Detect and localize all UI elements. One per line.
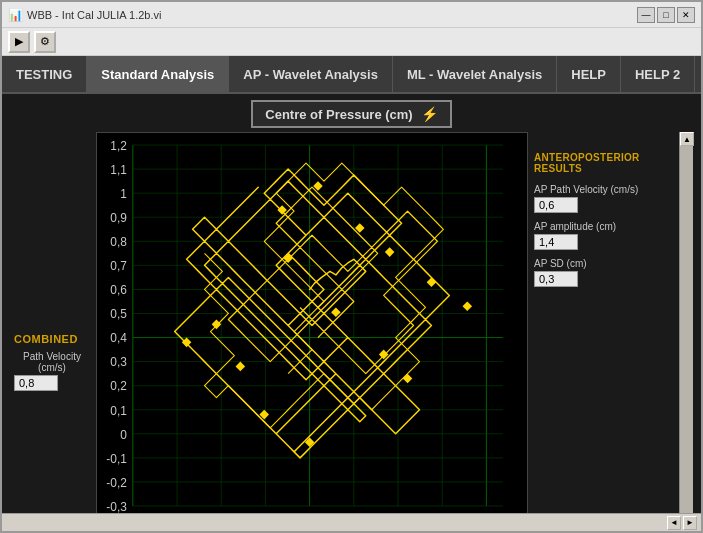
svg-text:0,1: 0,1 — [110, 404, 127, 418]
svg-marker-63 — [463, 301, 473, 311]
content-area: Centre of Pressure (cm) ⚡ COMBINED Path … — [2, 94, 701, 513]
chart-header: Centre of Pressure (cm) ⚡ — [2, 94, 701, 132]
minimize-button[interactable]: — — [637, 7, 655, 23]
svg-text:-0,3: -0,3 — [106, 500, 127, 513]
svg-text:0,5: 0,5 — [110, 307, 127, 321]
svg-text:0,8: 0,8 — [110, 235, 127, 249]
chart-title-box: Centre of Pressure (cm) ⚡ — [251, 100, 451, 128]
svg-text:0,2: 0,2 — [110, 379, 127, 393]
chart-svg: 1,2 1,1 1 0,9 0,8 0,7 0,6 0,5 0,4 0,3 0,… — [97, 133, 527, 513]
combined-label: COMBINED — [14, 333, 78, 345]
svg-text:0,6: 0,6 — [110, 283, 127, 297]
nav-tabs: TESTING Standard Analysis AP - Wavelet A… — [2, 56, 701, 94]
scroll-up-button[interactable]: ▲ — [680, 132, 694, 146]
tab-testing[interactable]: TESTING — [2, 56, 87, 92]
svg-text:1,2: 1,2 — [110, 139, 127, 153]
svg-text:-0,2: -0,2 — [106, 476, 127, 490]
chart-plot: 1,2 1,1 1 0,9 0,8 0,7 0,6 0,5 0,4 0,3 0,… — [96, 132, 528, 513]
ap-amplitude-value: 1,4 — [534, 234, 578, 250]
toolbar: ▶ ⚙ — [2, 28, 701, 56]
ap-velocity-label: AP Path Velocity (cm/s) — [534, 184, 679, 195]
status-controls: ◄ ► — [667, 516, 697, 530]
svg-text:0,9: 0,9 — [110, 211, 127, 225]
path-velocity-value: 0,8 — [14, 375, 58, 391]
ap-velocity-group: AP Path Velocity (cm/s) 0,6 — [534, 184, 679, 213]
main-window: 📊 WBB - Int Cal JULIA 1.2b.vi — □ ✕ ▶ ⚙ … — [0, 0, 703, 533]
title-bar: 📊 WBB - Int Cal JULIA 1.2b.vi — □ ✕ — [2, 2, 701, 28]
tab-ml-wavelet[interactable]: ML - Wavelet Analysis — [393, 56, 557, 92]
ap-results-title: ANTEROPOSTERIOR RESULTS — [534, 152, 679, 174]
svg-text:0,7: 0,7 — [110, 259, 127, 273]
svg-marker-58 — [212, 320, 222, 330]
svg-marker-59 — [403, 374, 413, 384]
chart-icon: ⚡ — [421, 106, 438, 122]
title-bar-left: 📊 WBB - Int Cal JULIA 1.2b.vi — [8, 8, 162, 22]
path-velocity-label: Path Velocity (cm/s) — [14, 351, 90, 373]
svg-text:1,1: 1,1 — [110, 163, 127, 177]
maximize-button[interactable]: □ — [657, 7, 675, 23]
window-title: WBB - Int Cal JULIA 1.2b.vi — [27, 9, 162, 21]
scroll-left-button[interactable]: ◄ — [667, 516, 681, 530]
right-panel: ANTEROPOSTERIOR RESULTS AP Path Velocity… — [534, 132, 679, 513]
svg-marker-56 — [427, 277, 437, 287]
chart-container: 1,2 1,1 1 0,9 0,8 0,7 0,6 0,5 0,4 0,3 0,… — [96, 132, 528, 513]
ap-velocity-value: 0,6 — [534, 197, 578, 213]
close-button[interactable]: ✕ — [677, 7, 695, 23]
left-panel: COMBINED Path Velocity (cm/s) 0,8 — [10, 132, 90, 513]
svg-text:-0,1: -0,1 — [106, 452, 127, 466]
title-controls: — □ ✕ — [637, 7, 695, 23]
right-section: ANTEROPOSTERIOR RESULTS AP Path Velocity… — [534, 132, 693, 513]
ap-sd-label: AP SD (cm) — [534, 258, 679, 269]
svg-text:0,4: 0,4 — [110, 331, 127, 345]
svg-marker-51 — [236, 362, 246, 372]
status-bar: ◄ ► — [2, 513, 701, 531]
svg-text:1: 1 — [120, 187, 127, 201]
svg-text:0,3: 0,3 — [110, 355, 127, 369]
tab-help[interactable]: HELP — [557, 56, 621, 92]
ap-amplitude-label: AP amplitude (cm) — [534, 221, 679, 232]
ap-sd-group: AP SD (cm) 0,3 — [534, 258, 679, 287]
run-button[interactable]: ▶ — [8, 31, 30, 53]
combined-metric-group: Path Velocity (cm/s) 0,8 — [14, 351, 90, 391]
chart-title: Centre of Pressure (cm) — [265, 107, 412, 122]
ap-amplitude-group: AP amplitude (cm) 1,4 — [534, 221, 679, 250]
settings-icon: ⚙ — [40, 35, 50, 48]
tab-standard-analysis[interactable]: Standard Analysis — [87, 56, 229, 92]
svg-text:0: 0 — [120, 428, 127, 442]
scroll-right-button[interactable]: ► — [683, 516, 697, 530]
svg-marker-61 — [385, 247, 395, 257]
vertical-scrollbar[interactable]: ▲ ▼ — [679, 132, 693, 513]
main-layout: COMBINED Path Velocity (cm/s) 0,8 — [2, 132, 701, 513]
tab-ap-wavelet[interactable]: AP - Wavelet Analysis — [229, 56, 393, 92]
settings-button[interactable]: ⚙ — [34, 31, 56, 53]
tab-help2[interactable]: HELP 2 — [621, 56, 695, 92]
scroll-track — [680, 146, 693, 513]
svg-marker-64 — [182, 338, 192, 348]
run-icon: ▶ — [15, 35, 23, 48]
ap-sd-value: 0,3 — [534, 271, 578, 287]
